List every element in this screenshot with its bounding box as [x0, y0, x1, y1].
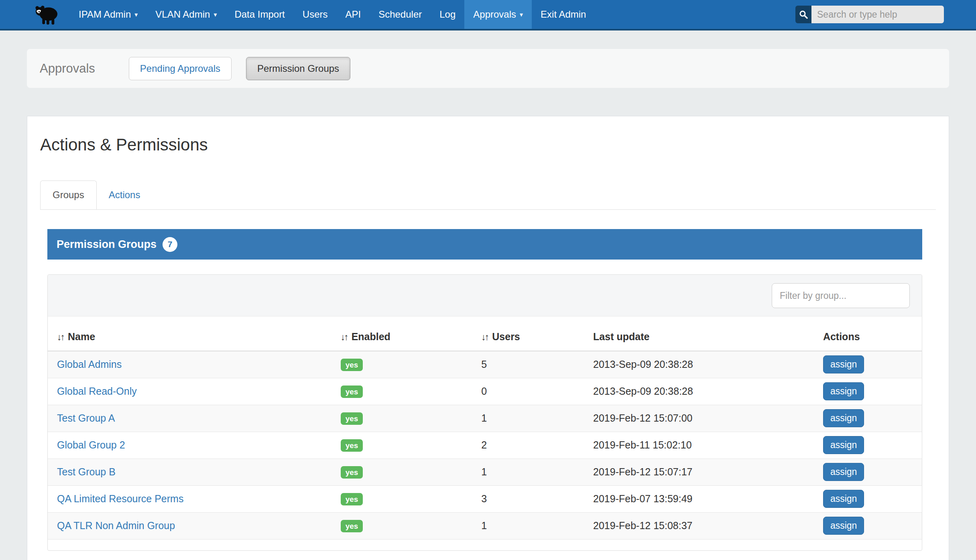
- nav-item-label: API: [345, 9, 361, 20]
- last-update: 2019-Feb-12 15:07:00: [593, 405, 823, 432]
- last-update: 2019-Feb-12 15:07:17: [593, 459, 823, 485]
- nav-item-vlan-admin[interactable]: VLAN Admin ▾: [146, 0, 226, 29]
- column-header-users[interactable]: ↓↑Users: [481, 317, 593, 351]
- nav-item-label: Exit Admin: [541, 9, 586, 20]
- permission-groups-table: ↓↑Name ↓↑Enabled ↓↑Users Last update Act…: [48, 317, 922, 540]
- assign-button[interactable]: assign: [823, 436, 864, 454]
- nav-item-label: Data Import: [234, 9, 285, 20]
- nav-item-label: Users: [303, 9, 328, 20]
- column-header-label: Name: [68, 331, 95, 342]
- last-update: 2013-Sep-09 20:38:28: [593, 378, 823, 405]
- users-count: 0: [481, 378, 593, 405]
- nav-item-scheduler[interactable]: Scheduler: [370, 0, 431, 29]
- table-toolbar: [48, 275, 922, 317]
- column-header-label: Enabled: [352, 331, 390, 342]
- column-header-label: Actions: [823, 331, 860, 342]
- permission-groups-panel: Permission Groups 7 ↓↑Name ↓↑Enabled ↓↑U…: [47, 229, 922, 551]
- enabled-badge: yes: [341, 386, 363, 398]
- assign-button[interactable]: assign: [823, 355, 864, 373]
- top-navbar: IPAM Admin ▾ VLAN Admin ▾ Data Import Us…: [0, 0, 976, 30]
- group-name-link[interactable]: Global Admins: [57, 359, 122, 370]
- users-count: 1: [481, 459, 593, 485]
- tabs: Groups Actions: [40, 181, 936, 210]
- table-body: Global Admins yes 5 2013-Sep-09 20:38:28…: [48, 351, 922, 539]
- search-input[interactable]: [811, 6, 944, 23]
- group-name-link[interactable]: Global Read-Only: [57, 386, 137, 397]
- table-row: Test Group B yes 1 2019-Feb-12 15:07:17 …: [48, 459, 922, 485]
- column-header-label: Last update: [593, 331, 649, 342]
- table-wrap: ↓↑Name ↓↑Enabled ↓↑Users Last update Act…: [48, 317, 922, 550]
- nav-item-label: IPAM Admin: [79, 9, 131, 20]
- last-update: 2019-Feb-12 15:08:37: [593, 512, 823, 539]
- column-header-last-update: Last update: [593, 317, 823, 351]
- column-header-actions: Actions: [823, 317, 922, 351]
- search-icon[interactable]: [795, 6, 811, 23]
- nav-item-data-import[interactable]: Data Import: [226, 0, 293, 29]
- nav-item-approvals[interactable]: Approvals ▾: [464, 0, 532, 29]
- group-name-link[interactable]: Global Group 2: [57, 439, 125, 450]
- nav-item-ipam-admin[interactable]: IPAM Admin ▾: [70, 0, 146, 29]
- panel-title: Permission Groups: [57, 238, 157, 251]
- table-row: Global Admins yes 5 2013-Sep-09 20:38:28…: [48, 351, 922, 378]
- group-name-link[interactable]: QA TLR Non Admin Group: [57, 520, 175, 531]
- phpipam-logo-icon[interactable]: [34, 3, 59, 26]
- nav-item-label: VLAN Admin: [155, 9, 210, 20]
- nav-item-users[interactable]: Users: [294, 0, 337, 29]
- enabled-badge: yes: [341, 493, 363, 505]
- users-count: 5: [481, 351, 593, 378]
- pending-approvals-button[interactable]: Pending Approvals: [129, 57, 232, 80]
- page-title: Approvals: [40, 61, 95, 76]
- navbar-search: [795, 6, 944, 23]
- column-header-enabled[interactable]: ↓↑Enabled: [341, 317, 482, 351]
- assign-button[interactable]: assign: [823, 463, 864, 481]
- assign-button[interactable]: assign: [823, 382, 864, 400]
- column-header-name[interactable]: ↓↑Name: [48, 317, 341, 351]
- enabled-badge: yes: [341, 466, 363, 479]
- enabled-badge: yes: [341, 359, 363, 371]
- nav-item-label: Scheduler: [378, 9, 422, 20]
- users-count: 3: [481, 485, 593, 512]
- group-name-link[interactable]: QA Limited Resource Perms: [57, 493, 183, 504]
- users-count: 2: [481, 432, 593, 459]
- last-update: 2019-Feb-07 13:59:49: [593, 485, 823, 512]
- group-name-link[interactable]: Test Group B: [57, 466, 116, 477]
- nav-item-api[interactable]: API: [336, 0, 370, 29]
- tab-actions[interactable]: Actions: [97, 181, 152, 209]
- filter-input[interactable]: [772, 283, 910, 308]
- table-row: Global Read-Only yes 0 2013-Sep-09 20:38…: [48, 378, 922, 405]
- enabled-badge: yes: [341, 520, 363, 532]
- chevron-down-icon: ▾: [520, 11, 523, 18]
- table-row: QA TLR Non Admin Group yes 1 2019-Feb-12…: [48, 512, 922, 539]
- approvals-header-bar: Approvals Pending Approvals Permission G…: [27, 49, 949, 88]
- table-container: ↓↑Name ↓↑Enabled ↓↑Users Last update Act…: [47, 274, 922, 551]
- actions-permissions-card: Actions & Permissions Groups Actions Per…: [27, 116, 949, 560]
- assign-button[interactable]: assign: [823, 409, 864, 427]
- sort-icon[interactable]: ↓↑: [57, 332, 64, 342]
- tab-groups[interactable]: Groups: [40, 181, 97, 209]
- table-header-row: ↓↑Name ↓↑Enabled ↓↑Users Last update Act…: [48, 317, 922, 351]
- assign-button[interactable]: assign: [823, 490, 864, 508]
- card-title: Actions & Permissions: [40, 136, 936, 154]
- group-name-link[interactable]: Test Group A: [57, 412, 115, 424]
- nav-item-log[interactable]: Log: [431, 0, 464, 29]
- chevron-down-icon: ▾: [134, 11, 138, 18]
- table-row: QA Limited Resource Perms yes 3 2019-Feb…: [48, 485, 922, 512]
- users-count: 1: [481, 405, 593, 432]
- nav-item-exit-admin[interactable]: Exit Admin: [532, 0, 595, 29]
- sort-icon[interactable]: ↓↑: [481, 332, 488, 342]
- nav-items: IPAM Admin ▾ VLAN Admin ▾ Data Import Us…: [70, 0, 595, 29]
- count-badge: 7: [163, 237, 177, 252]
- table-row: Test Group A yes 1 2019-Feb-12 15:07:00 …: [48, 405, 922, 432]
- assign-button[interactable]: assign: [823, 517, 864, 535]
- enabled-badge: yes: [341, 439, 363, 452]
- last-update: 2013-Sep-09 20:38:28: [593, 351, 823, 378]
- nav-item-label: Log: [439, 9, 455, 20]
- enabled-badge: yes: [341, 412, 363, 425]
- sort-icon[interactable]: ↓↑: [341, 332, 348, 342]
- panel-header: Permission Groups 7: [47, 229, 922, 260]
- column-header-label: Users: [492, 331, 520, 342]
- permission-groups-button[interactable]: Permission Groups: [246, 57, 350, 80]
- last-update: 2019-Feb-11 15:02:10: [593, 432, 823, 459]
- nav-item-label: Approvals: [473, 9, 516, 20]
- chevron-down-icon: ▾: [214, 11, 217, 18]
